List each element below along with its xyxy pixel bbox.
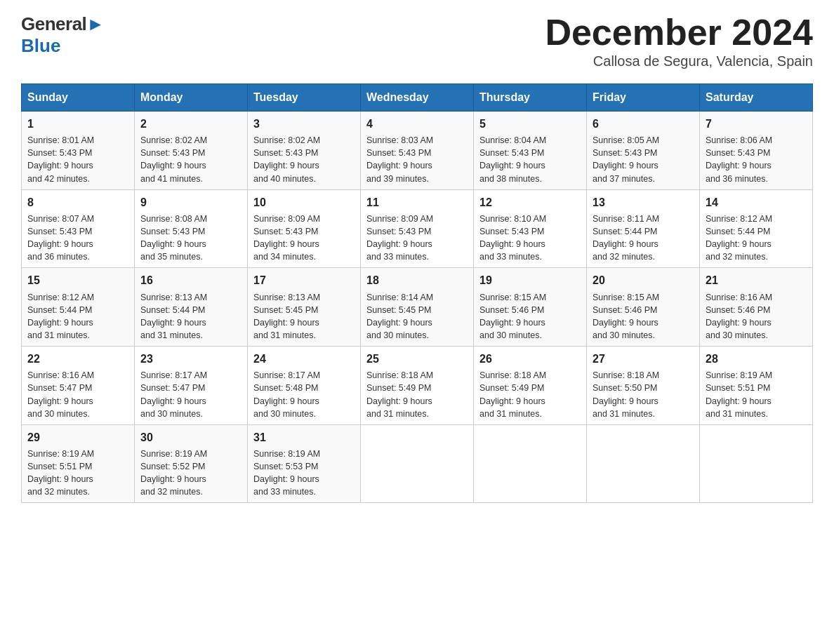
day-number: 2 bbox=[140, 116, 241, 132]
calendar-cell: 14Sunrise: 8:12 AMSunset: 5:44 PMDayligh… bbox=[700, 189, 813, 268]
calendar-cell: 22Sunrise: 8:16 AMSunset: 5:47 PMDayligh… bbox=[22, 347, 135, 425]
calendar-week-row: 22Sunrise: 8:16 AMSunset: 5:47 PMDayligh… bbox=[22, 347, 813, 425]
day-info: Sunrise: 8:12 AMSunset: 5:44 PMDaylight:… bbox=[27, 291, 128, 342]
calendar-cell: 20Sunrise: 8:15 AMSunset: 5:46 PMDayligh… bbox=[587, 268, 700, 347]
calendar-cell: 12Sunrise: 8:10 AMSunset: 5:43 PMDayligh… bbox=[474, 189, 587, 268]
calendar-cell: 21Sunrise: 8:16 AMSunset: 5:46 PMDayligh… bbox=[700, 268, 813, 347]
day-info: Sunrise: 8:18 AMSunset: 5:49 PMDaylight:… bbox=[479, 369, 581, 420]
day-info: Sunrise: 8:04 AMSunset: 5:43 PMDaylight:… bbox=[479, 134, 581, 185]
day-info: Sunrise: 8:17 AMSunset: 5:48 PMDaylight:… bbox=[253, 369, 355, 420]
calendar-cell: 27Sunrise: 8:18 AMSunset: 5:50 PMDayligh… bbox=[587, 347, 700, 425]
day-number: 22 bbox=[27, 351, 128, 367]
day-info: Sunrise: 8:01 AMSunset: 5:43 PMDaylight:… bbox=[27, 134, 128, 185]
day-number: 14 bbox=[706, 194, 807, 210]
day-info: Sunrise: 8:03 AMSunset: 5:43 PMDaylight:… bbox=[366, 134, 468, 185]
calendar-cell: 30Sunrise: 8:19 AMSunset: 5:52 PMDayligh… bbox=[135, 424, 248, 503]
calendar-cell: 17Sunrise: 8:13 AMSunset: 5:45 PMDayligh… bbox=[248, 268, 361, 347]
day-info: Sunrise: 8:05 AMSunset: 5:43 PMDaylight:… bbox=[593, 134, 694, 185]
day-number: 7 bbox=[706, 116, 807, 132]
day-info: Sunrise: 8:07 AMSunset: 5:43 PMDaylight:… bbox=[27, 213, 128, 264]
day-info: Sunrise: 8:15 AMSunset: 5:46 PMDaylight:… bbox=[593, 291, 694, 342]
day-number: 27 bbox=[593, 351, 694, 367]
calendar-cell: 23Sunrise: 8:17 AMSunset: 5:47 PMDayligh… bbox=[135, 347, 248, 425]
day-number: 19 bbox=[479, 272, 581, 288]
calendar-cell: 18Sunrise: 8:14 AMSunset: 5:45 PMDayligh… bbox=[361, 268, 474, 347]
calendar-cell: 29Sunrise: 8:19 AMSunset: 5:51 PMDayligh… bbox=[22, 424, 135, 503]
calendar-table: Sunday Monday Tuesday Wednesday Thursday… bbox=[21, 83, 813, 503]
day-number: 5 bbox=[479, 116, 581, 132]
day-number: 23 bbox=[140, 351, 241, 367]
day-number: 4 bbox=[366, 116, 468, 132]
calendar-cell: 28Sunrise: 8:19 AMSunset: 5:51 PMDayligh… bbox=[700, 347, 813, 425]
calendar-cell: 15Sunrise: 8:12 AMSunset: 5:44 PMDayligh… bbox=[22, 268, 135, 347]
col-friday: Friday bbox=[587, 84, 700, 112]
calendar-cell bbox=[587, 424, 700, 503]
day-number: 17 bbox=[253, 272, 355, 288]
day-number: 8 bbox=[27, 194, 128, 210]
col-wednesday: Wednesday bbox=[361, 84, 474, 112]
day-number: 18 bbox=[366, 272, 468, 288]
day-info: Sunrise: 8:02 AMSunset: 5:43 PMDaylight:… bbox=[140, 134, 241, 185]
day-number: 11 bbox=[366, 194, 468, 210]
calendar-cell: 1Sunrise: 8:01 AMSunset: 5:43 PMDaylight… bbox=[22, 112, 135, 190]
calendar-cell: 13Sunrise: 8:11 AMSunset: 5:44 PMDayligh… bbox=[587, 189, 700, 268]
calendar-cell: 19Sunrise: 8:15 AMSunset: 5:46 PMDayligh… bbox=[474, 268, 587, 347]
calendar-week-row: 29Sunrise: 8:19 AMSunset: 5:51 PMDayligh… bbox=[22, 424, 813, 503]
day-number: 16 bbox=[140, 272, 241, 288]
day-number: 28 bbox=[706, 351, 807, 367]
day-number: 30 bbox=[140, 429, 241, 445]
calendar-cell: 16Sunrise: 8:13 AMSunset: 5:44 PMDayligh… bbox=[135, 268, 248, 347]
location: Callosa de Segura, Valencia, Spain bbox=[545, 53, 813, 69]
calendar-cell: 3Sunrise: 8:02 AMSunset: 5:43 PMDaylight… bbox=[248, 112, 361, 190]
day-number: 21 bbox=[706, 272, 807, 288]
day-number: 9 bbox=[140, 194, 241, 210]
day-info: Sunrise: 8:18 AMSunset: 5:50 PMDaylight:… bbox=[593, 369, 694, 420]
day-number: 29 bbox=[27, 429, 128, 445]
day-info: Sunrise: 8:09 AMSunset: 5:43 PMDaylight:… bbox=[366, 213, 468, 264]
calendar-week-row: 8Sunrise: 8:07 AMSunset: 5:43 PMDaylight… bbox=[22, 189, 813, 268]
calendar-cell: 7Sunrise: 8:06 AMSunset: 5:43 PMDaylight… bbox=[700, 112, 813, 190]
day-number: 26 bbox=[479, 351, 581, 367]
day-info: Sunrise: 8:16 AMSunset: 5:47 PMDaylight:… bbox=[27, 369, 128, 420]
page-header: General► Blue December 2024 Callosa de S… bbox=[21, 14, 813, 69]
day-info: Sunrise: 8:09 AMSunset: 5:43 PMDaylight:… bbox=[253, 213, 355, 264]
day-info: Sunrise: 8:06 AMSunset: 5:43 PMDaylight:… bbox=[706, 134, 807, 185]
day-info: Sunrise: 8:19 AMSunset: 5:51 PMDaylight:… bbox=[27, 448, 128, 499]
day-info: Sunrise: 8:15 AMSunset: 5:46 PMDaylight:… bbox=[479, 291, 581, 342]
day-number: 15 bbox=[27, 272, 128, 288]
calendar-cell: 2Sunrise: 8:02 AMSunset: 5:43 PMDaylight… bbox=[135, 112, 248, 190]
day-info: Sunrise: 8:13 AMSunset: 5:45 PMDaylight:… bbox=[253, 291, 355, 342]
day-number: 12 bbox=[479, 194, 581, 210]
calendar-cell: 6Sunrise: 8:05 AMSunset: 5:43 PMDaylight… bbox=[587, 112, 700, 190]
calendar-cell: 8Sunrise: 8:07 AMSunset: 5:43 PMDaylight… bbox=[22, 189, 135, 268]
calendar-cell: 25Sunrise: 8:18 AMSunset: 5:49 PMDayligh… bbox=[361, 347, 474, 425]
logo-text: General► bbox=[21, 14, 105, 34]
day-info: Sunrise: 8:13 AMSunset: 5:44 PMDaylight:… bbox=[140, 291, 241, 342]
day-info: Sunrise: 8:14 AMSunset: 5:45 PMDaylight:… bbox=[366, 291, 468, 342]
day-info: Sunrise: 8:18 AMSunset: 5:49 PMDaylight:… bbox=[366, 369, 468, 420]
calendar-cell: 5Sunrise: 8:04 AMSunset: 5:43 PMDaylight… bbox=[474, 112, 587, 190]
day-number: 3 bbox=[253, 116, 355, 132]
calendar-week-row: 1Sunrise: 8:01 AMSunset: 5:43 PMDaylight… bbox=[22, 112, 813, 190]
day-number: 25 bbox=[366, 351, 468, 367]
calendar-cell: 11Sunrise: 8:09 AMSunset: 5:43 PMDayligh… bbox=[361, 189, 474, 268]
calendar-cell: 10Sunrise: 8:09 AMSunset: 5:43 PMDayligh… bbox=[248, 189, 361, 268]
col-monday: Monday bbox=[135, 84, 248, 112]
calendar-cell: 31Sunrise: 8:19 AMSunset: 5:53 PMDayligh… bbox=[248, 424, 361, 503]
day-info: Sunrise: 8:19 AMSunset: 5:53 PMDaylight:… bbox=[253, 448, 355, 499]
day-info: Sunrise: 8:17 AMSunset: 5:47 PMDaylight:… bbox=[140, 369, 241, 420]
calendar-cell: 26Sunrise: 8:18 AMSunset: 5:49 PMDayligh… bbox=[474, 347, 587, 425]
calendar-cell bbox=[700, 424, 813, 503]
calendar-cell bbox=[474, 424, 587, 503]
weekday-header-row: Sunday Monday Tuesday Wednesday Thursday… bbox=[22, 84, 813, 112]
day-number: 13 bbox=[593, 194, 694, 210]
day-info: Sunrise: 8:08 AMSunset: 5:43 PMDaylight:… bbox=[140, 213, 241, 264]
calendar-cell: 4Sunrise: 8:03 AMSunset: 5:43 PMDaylight… bbox=[361, 112, 474, 190]
day-info: Sunrise: 8:16 AMSunset: 5:46 PMDaylight:… bbox=[706, 291, 807, 342]
day-info: Sunrise: 8:19 AMSunset: 5:52 PMDaylight:… bbox=[140, 448, 241, 499]
day-info: Sunrise: 8:12 AMSunset: 5:44 PMDaylight:… bbox=[706, 213, 807, 264]
logo-blue-text: Blue bbox=[21, 36, 60, 56]
month-title: December 2024 bbox=[545, 14, 813, 51]
day-info: Sunrise: 8:11 AMSunset: 5:44 PMDaylight:… bbox=[593, 213, 694, 264]
calendar-cell bbox=[361, 424, 474, 503]
